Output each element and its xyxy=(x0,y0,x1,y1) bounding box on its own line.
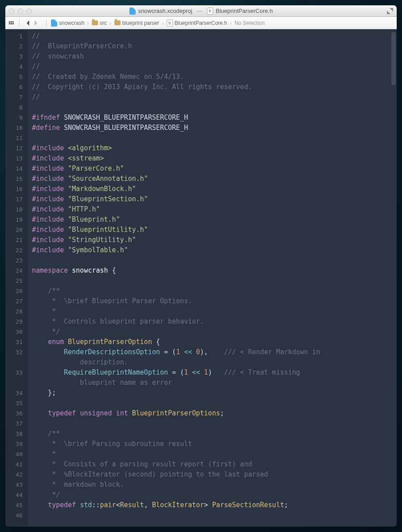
code-line[interactable]: * markdown block. xyxy=(32,480,397,490)
code-line[interactable]: #include "HTTP.h" xyxy=(32,204,397,215)
project-name: snowcrash.xcodeproj xyxy=(138,8,192,14)
code-line[interactable]: #include "ParserCore.h" xyxy=(32,164,397,174)
traffic-lights xyxy=(9,8,32,14)
code-line[interactable]: * Consists of a parsing result report (f… xyxy=(32,459,397,469)
header-file-icon: h xyxy=(167,20,173,27)
separator xyxy=(46,19,47,27)
zoom-button[interactable] xyxy=(27,8,32,14)
breadcrumb-label: BlueprintParserCore.h xyxy=(175,20,227,26)
code-line[interactable]: #define SNOWCRASH_BLUEPRINTPARSERCORE_H xyxy=(32,123,397,133)
code-line[interactable]: namespace snowcrash { xyxy=(32,266,397,276)
chevron-right-icon: › xyxy=(162,20,164,27)
code-line[interactable]: enum BlueprintParserOption { xyxy=(32,337,397,347)
chevron-right-icon: › xyxy=(87,20,89,27)
code-line[interactable]: * xyxy=(32,306,397,317)
code-line[interactable]: * \brief Parsing subroutine result xyxy=(32,439,397,449)
code-line[interactable]: * xyxy=(32,449,397,459)
close-button[interactable] xyxy=(9,8,14,14)
code-line[interactable]: /** xyxy=(32,286,397,296)
code-line[interactable]: */ xyxy=(32,490,397,500)
breadcrumb-item[interactable]: blueprint parser xyxy=(114,20,159,26)
minimize-button[interactable] xyxy=(18,8,23,14)
code-line[interactable]: #include "SymbolTable.h" xyxy=(32,245,397,255)
no-selection-label[interactable]: No Selection xyxy=(234,20,265,26)
chevron-right-icon: › xyxy=(230,20,232,27)
code-line[interactable]: #include "Blueprint.h" xyxy=(32,215,397,225)
code-line[interactable]: #include "MarkdownBlock.h" xyxy=(32,184,397,194)
related-items-icon[interactable] xyxy=(8,20,15,25)
window-title: snowcrash.xcodeproj — h BlueprintParserC… xyxy=(5,8,397,15)
code-line[interactable] xyxy=(32,419,397,429)
breadcrumb-label: src xyxy=(100,20,107,26)
code-line[interactable]: #include "StringUtility.h" xyxy=(32,235,397,245)
code-line[interactable]: * Controls blueprint parser behavior. xyxy=(32,317,397,327)
code-line[interactable]: /** xyxy=(32,429,397,439)
separator xyxy=(19,19,20,27)
xcode-window: snowcrash.xcodeproj — h BlueprintParserC… xyxy=(5,5,397,527)
title-separator: — xyxy=(197,8,203,14)
code-line[interactable]: #ifndef SNOWCRASH_BLUEPRINTPARSERCORE_H xyxy=(32,113,397,123)
nav-back-icon[interactable] xyxy=(24,20,29,26)
code-line[interactable]: // Copyright (c) 2013 Apiary Inc. All ri… xyxy=(32,82,397,92)
breadcrumb-item[interactable]: src xyxy=(92,20,107,26)
breadcrumb-label: blueprint parser xyxy=(122,20,159,26)
code-line[interactable]: // BlueprintParserCore.h xyxy=(32,41,397,51)
code-line[interactable]: #include "BlueprintSection.h" xyxy=(32,194,397,204)
code-line[interactable] xyxy=(32,510,397,520)
breadcrumb-item[interactable]: hBlueprintParserCore.h xyxy=(167,20,227,27)
code-line[interactable]: * \brief Blueprint Parser Options. xyxy=(32,296,397,306)
code-line[interactable] xyxy=(32,276,397,286)
code-line[interactable] xyxy=(32,102,397,113)
code-line[interactable]: RenderDescriptionsOption = (1 << 0), ///… xyxy=(32,347,397,368)
breadcrumb-item[interactable]: snowcrash xyxy=(51,20,84,27)
jump-bar[interactable]: snowcrash›src›blueprint parser›hBlueprin… xyxy=(5,17,397,29)
code-line[interactable]: // Created by Zdenek Nemec on 5/4/13. xyxy=(32,72,397,82)
folder-icon xyxy=(92,20,98,25)
breadcrumb-label: snowcrash xyxy=(59,20,84,26)
file-name: BlueprintParserCore.h xyxy=(216,8,273,14)
code-line[interactable]: }; xyxy=(32,388,397,398)
code-line[interactable]: typedef unsigned int BlueprintParserOpti… xyxy=(32,408,397,419)
fullscreen-icon[interactable] xyxy=(387,8,393,14)
code-line[interactable]: // xyxy=(32,92,397,102)
code-line[interactable] xyxy=(32,255,397,266)
vertical-scrollbar[interactable] xyxy=(391,32,396,524)
chevron-right-icon: › xyxy=(109,20,112,27)
code-line[interactable]: #include "SourceAnnotation.h" xyxy=(32,174,397,184)
code-line[interactable]: // snowcrash xyxy=(32,51,397,62)
code-line[interactable]: #include "BlueprintUtility.h" xyxy=(32,225,397,235)
header-file-icon: h xyxy=(207,8,213,15)
code-line[interactable]: // xyxy=(32,31,397,41)
editor: 1 2 3 4 5 6 7 8 9 10 11 12 13 14 15 16 1… xyxy=(5,29,397,527)
nav-forward-icon[interactable] xyxy=(35,20,40,26)
line-gutter[interactable]: 1 2 3 4 5 6 7 8 9 10 11 12 13 14 15 16 1… xyxy=(5,29,27,527)
code-line[interactable]: RequireBlueprintNameOption = (1 << 1) //… xyxy=(32,368,397,388)
project-icon xyxy=(51,20,57,27)
titlebar[interactable]: snowcrash.xcodeproj — h BlueprintParserC… xyxy=(5,5,397,17)
code-line[interactable]: #include <sstream> xyxy=(32,153,397,164)
breadcrumb: snowcrash›src›blueprint parser›hBlueprin… xyxy=(51,20,265,27)
code-line[interactable]: * %BlockIterator (second) pointing to th… xyxy=(32,469,397,480)
folder-icon xyxy=(114,20,121,25)
code-line[interactable]: */ xyxy=(32,327,397,337)
code-line[interactable] xyxy=(32,133,397,143)
code-line[interactable] xyxy=(32,398,397,408)
code-line[interactable]: // xyxy=(32,62,397,72)
project-icon xyxy=(129,8,136,15)
code-line[interactable]: #include <algorithm> xyxy=(32,143,397,153)
code-area[interactable]: //// BlueprintParserCore.h// snowcrash//… xyxy=(27,29,397,527)
scrollbar-thumb[interactable] xyxy=(391,32,396,85)
code-line[interactable]: typedef std::pair<Result, BlockIterator>… xyxy=(32,500,397,510)
